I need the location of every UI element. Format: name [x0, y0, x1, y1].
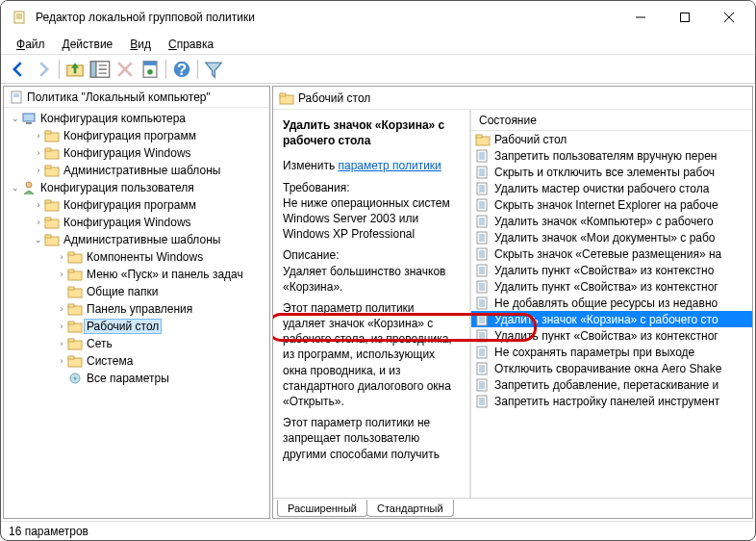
- up-button[interactable]: [63, 58, 87, 81]
- list-item[interactable]: Запретить пользователям вручную перен: [471, 147, 752, 164]
- list-item-label: Удалить пункт «Свойства» из контекстног: [494, 329, 718, 343]
- list-item-label: Скрыть значок «Сетевые размещения» на: [494, 247, 721, 261]
- folder-icon: [67, 319, 83, 334]
- list-item[interactable]: Не добавлять общие ресурсы из недавно: [471, 295, 752, 311]
- menu-view[interactable]: Вид: [122, 36, 159, 53]
- list-item[interactable]: Не сохранять параметры при выходе: [471, 344, 752, 360]
- list-item[interactable]: Скрыть значок Internet Explorer на рабоч…: [471, 196, 752, 213]
- svg-rect-48: [68, 322, 74, 324]
- tree-node[interactable]: ›Конфигурация программ: [4, 196, 269, 214]
- policy-icon: [475, 165, 491, 180]
- svg-rect-124: [477, 363, 487, 374]
- menubar: ФФайлайл Действие Вид Справка: [1, 34, 755, 55]
- svg-rect-0: [14, 12, 24, 23]
- svg-rect-99: [477, 281, 487, 293]
- tree-node-desktop[interactable]: ›Рабочий стол: [4, 318, 269, 335]
- tab-extended[interactable]: Расширенный: [277, 500, 367, 517]
- folder-icon: [44, 128, 60, 143]
- svg-rect-44: [68, 287, 74, 290]
- list-item-label: Удалить пункт «Свойства» из контекстно: [494, 264, 714, 277]
- menu-action[interactable]: Действие: [55, 36, 121, 53]
- svg-rect-134: [477, 396, 487, 407]
- status-text: 16 параметров: [9, 525, 88, 538]
- list-item-label: Не сохранять параметры при выходе: [494, 346, 694, 359]
- list-item[interactable]: Запретить добавление, перетаскивание и: [471, 376, 752, 393]
- list-item[interactable]: Удалить пункт «Свойства» из контекстног: [471, 327, 752, 344]
- tab-standard[interactable]: Стандартный: [366, 500, 454, 517]
- minimize-button[interactable]: [618, 3, 663, 32]
- toolbar: ?: [1, 55, 755, 84]
- tree-header[interactable]: Политика "Локальный компьютер": [4, 87, 269, 108]
- list-item[interactable]: Удалить значок «Корзина» с рабочего сто: [471, 311, 752, 327]
- svg-rect-56: [280, 93, 286, 96]
- tree-node[interactable]: ›Панель управления: [4, 300, 269, 318]
- tree-node-admin-templates[interactable]: ⌄Административные шаблоны: [4, 231, 269, 248]
- properties-button[interactable]: [139, 58, 162, 81]
- tree-node[interactable]: ›Конфигурация программ: [4, 127, 269, 144]
- policy-icon: [475, 263, 491, 278]
- policy-icon: [475, 181, 491, 196]
- view-tabs: Расширенный Стандартный: [273, 498, 752, 517]
- close-button[interactable]: [707, 3, 751, 32]
- list-item[interactable]: Отключить сворачивание окна Aero Shake: [471, 360, 752, 376]
- svg-rect-42: [68, 270, 74, 272]
- svg-rect-17: [143, 61, 157, 64]
- svg-rect-58: [476, 135, 482, 138]
- tree-body[interactable]: ⌄Конфигурация компьютера ›Конфигурация п…: [4, 108, 269, 518]
- list-item-label: Удалить мастер очистки рабочего стола: [494, 182, 709, 195]
- svg-rect-36: [45, 218, 51, 220]
- menu-help[interactable]: Справка: [161, 36, 221, 53]
- list-item-label: Отключить сворачивание окна Aero Shake: [494, 362, 721, 375]
- list-item-folder[interactable]: Рабочий стол: [471, 131, 752, 147]
- tree-node[interactable]: ›Конфигурация Windows: [4, 214, 269, 231]
- policy-icon: [475, 328, 491, 344]
- edit-policy-link[interactable]: параметр политики: [338, 159, 441, 172]
- help-button[interactable]: ?: [170, 58, 193, 81]
- svg-rect-40: [68, 252, 74, 255]
- computer-icon: [21, 111, 37, 126]
- tree-node[interactable]: ›Меню «Пуск» и панель задач: [4, 266, 269, 283]
- list-item[interactable]: Удалить значок «Компьютер» с рабочего: [471, 213, 752, 229]
- policy-icon: [475, 361, 491, 376]
- list-body[interactable]: Рабочий столЗапретить пользователям вруч…: [471, 131, 752, 409]
- svg-rect-29: [45, 148, 51, 151]
- tree-node[interactable]: ›Сеть: [4, 335, 269, 352]
- folder-icon: [67, 301, 83, 317]
- list-item[interactable]: Удалить пункт «Свойства» из контекстног: [471, 278, 752, 295]
- svg-point-54: [74, 377, 77, 380]
- svg-rect-59: [477, 150, 487, 162]
- list-item-label: Удалить значок «Мои документы» с рабо: [494, 231, 716, 245]
- list-item[interactable]: Удалить мастер очистки рабочего стола: [471, 180, 752, 196]
- svg-rect-27: [45, 131, 51, 134]
- list-item[interactable]: Удалить значок «Мои документы» с рабо: [471, 229, 752, 245]
- menu-file[interactable]: ФФайлайл: [9, 36, 53, 53]
- list-item[interactable]: Запретить настройку панелей инструмент: [471, 393, 752, 409]
- svg-point-18: [147, 69, 153, 75]
- policy-icon: [475, 246, 491, 262]
- tree-node[interactable]: ›Административные шаблоны: [4, 162, 269, 179]
- filter-button[interactable]: [202, 58, 225, 81]
- tree-node[interactable]: ›Компоненты Windows: [4, 248, 269, 266]
- list-item[interactable]: Удалить пункт «Свойства» из контекстно: [471, 262, 752, 278]
- tree-node-user-cfg[interactable]: ⌄Конфигурация пользователя: [4, 179, 269, 196]
- tree-node-all-params[interactable]: ›Все параметры: [4, 370, 269, 387]
- tree-node-computer-cfg[interactable]: ⌄Конфигурация компьютера: [4, 110, 269, 127]
- maximize-button[interactable]: [663, 3, 707, 32]
- folder-icon: [67, 284, 83, 299]
- back-button[interactable]: [7, 58, 30, 81]
- list-item[interactable]: Скрыть и отключить все элементы рабоч: [471, 164, 752, 180]
- policy-icon: [475, 345, 491, 360]
- delete-button[interactable]: [113, 58, 137, 81]
- tree-node[interactable]: ›Система: [4, 352, 269, 370]
- status-bar: 16 параметров: [1, 521, 755, 540]
- folder-icon: [44, 215, 60, 230]
- folder-icon: [67, 249, 83, 265]
- forward-button[interactable]: [32, 58, 55, 81]
- policy-icon: [475, 214, 491, 229]
- tree-node[interactable]: ›Конфигурация Windows: [4, 144, 269, 162]
- list-item[interactable]: Скрыть значок «Сетевые размещения» на: [471, 245, 752, 262]
- tree-node[interactable]: ›Общие папки: [4, 283, 269, 300]
- show-hide-button[interactable]: [88, 58, 112, 81]
- policy-list: Состояние Рабочий столЗапретить пользова…: [471, 110, 752, 499]
- list-column-header[interactable]: Состояние: [471, 110, 752, 131]
